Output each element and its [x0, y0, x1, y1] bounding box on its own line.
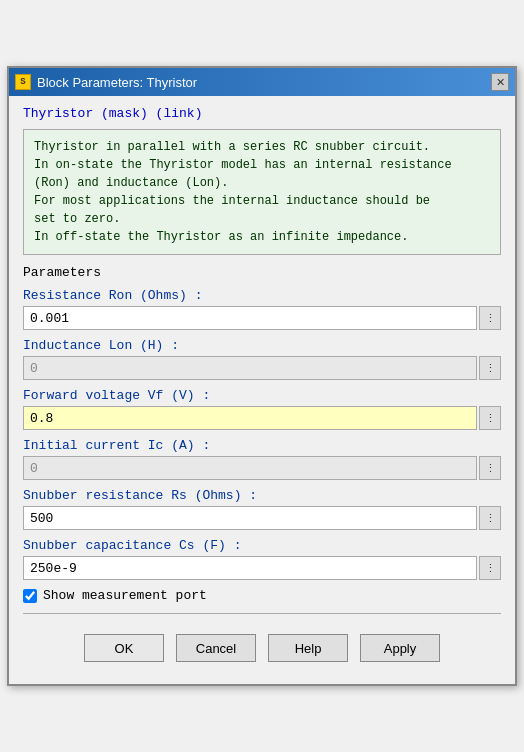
block-parameters-window: S Block Parameters: Thyristor ✕ Thyristo… — [7, 66, 517, 686]
param-menu-5[interactable]: ⋮ — [479, 556, 501, 580]
param-input-3 — [23, 456, 477, 480]
desc-line-3: (Ron) and inductance (Lon). — [34, 174, 490, 192]
divider — [23, 613, 501, 614]
param-label-0: Resistance Ron (Ohms) : — [23, 288, 501, 303]
param-label-4: Snubber resistance Rs (Ohms) : — [23, 488, 501, 503]
desc-line-5: set to zero. — [34, 210, 490, 228]
param-menu-2[interactable]: ⋮ — [479, 406, 501, 430]
description-box: Thyristor in parallel with a series RC s… — [23, 129, 501, 255]
param-input-1 — [23, 356, 477, 380]
param-menu-3[interactable]: ⋮ — [479, 456, 501, 480]
param-input-5[interactable] — [23, 556, 477, 580]
param-input-4[interactable] — [23, 506, 477, 530]
param-label-5: Snubber capacitance Cs (F) : — [23, 538, 501, 553]
desc-line-1: Thyristor in parallel with a series RC s… — [34, 138, 490, 156]
cancel-button[interactable]: Cancel — [176, 634, 256, 662]
mask-link[interactable]: Thyristor (mask) (link) — [23, 106, 501, 121]
param-row-4: ⋮ — [23, 506, 501, 530]
ok-button[interactable]: OK — [84, 634, 164, 662]
param-label-1: Inductance Lon (H) : — [23, 338, 501, 353]
desc-line-4: For most applications the internal induc… — [34, 192, 490, 210]
close-button[interactable]: ✕ — [491, 73, 509, 91]
param-label-2: Forward voltage Vf (V) : — [23, 388, 501, 403]
measurement-port-checkbox[interactable] — [23, 589, 37, 603]
param-input-0[interactable] — [23, 306, 477, 330]
param-menu-4[interactable]: ⋮ — [479, 506, 501, 530]
param-row-3: ⋮ — [23, 456, 501, 480]
measurement-port-row: Show measurement port — [23, 588, 501, 603]
window-title: Block Parameters: Thyristor — [37, 75, 197, 90]
content-area: Thyristor (mask) (link) Thyristor in par… — [9, 96, 515, 684]
apply-button[interactable]: Apply — [360, 634, 440, 662]
param-row-2: ⋮ — [23, 406, 501, 430]
button-row: OK Cancel Help Apply — [23, 624, 501, 674]
param-row-0: ⋮ — [23, 306, 501, 330]
param-row-1: ⋮ — [23, 356, 501, 380]
param-menu-0[interactable]: ⋮ — [479, 306, 501, 330]
section-label: Parameters — [23, 265, 501, 280]
param-label-3: Initial current Ic (A) : — [23, 438, 501, 453]
param-menu-1[interactable]: ⋮ — [479, 356, 501, 380]
param-row-5: ⋮ — [23, 556, 501, 580]
desc-line-2: In on-state the Thyristor model has an i… — [34, 156, 490, 174]
measurement-port-label[interactable]: Show measurement port — [43, 588, 207, 603]
param-input-2[interactable] — [23, 406, 477, 430]
help-button[interactable]: Help — [268, 634, 348, 662]
title-bar-left: S Block Parameters: Thyristor — [15, 74, 197, 90]
window-icon: S — [15, 74, 31, 90]
title-bar: S Block Parameters: Thyristor ✕ — [9, 68, 515, 96]
desc-line-6: In off-state the Thyristor as an infinit… — [34, 228, 490, 246]
